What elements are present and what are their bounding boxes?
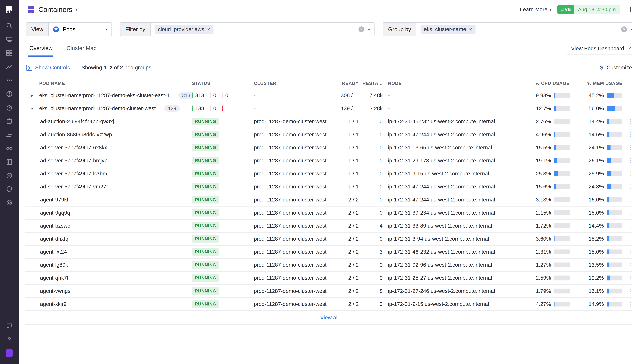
column-ready[interactable]: READY	[336, 81, 358, 86]
support-chat-icon[interactable]	[0, 319, 18, 333]
view-chevron-down-icon[interactable]: ▾	[105, 27, 107, 32]
view-selector[interactable]: View Pods ▾	[26, 22, 112, 36]
row-menu-kebab-icon[interactable]: ⋮	[627, 288, 632, 294]
pod-name[interactable]: agent-979kl	[40, 197, 68, 203]
column-pod-name[interactable]: POD NAME	[39, 81, 192, 86]
tab-overview[interactable]: Overview	[28, 45, 53, 56]
kubernetes-icon	[53, 26, 59, 32]
live-time-selector[interactable]: LIVE Aug 18, 4:30 pm	[558, 5, 620, 14]
settings-icon[interactable]	[0, 196, 18, 210]
pod-row[interactable]: ad-server-57b7f49fb7-vm27r RUNNING prod-…	[25, 180, 632, 194]
row-menu-kebab-icon[interactable]: ⋮	[627, 131, 632, 138]
group-by-tag[interactable]: eks_cluster-name×	[420, 25, 476, 34]
pod-name[interactable]: agent-dnxfq	[40, 236, 68, 242]
remove-filter-tag-icon[interactable]: ×	[207, 26, 210, 32]
row-menu-kebab-icon[interactable]: ⋮	[627, 170, 632, 177]
security-icon[interactable]	[0, 182, 18, 196]
search-icon[interactable]	[0, 19, 18, 32]
pod-name[interactable]: ad-server-57b7f49fb7-hmjv7	[40, 158, 108, 164]
pause-button[interactable]	[626, 4, 632, 15]
column-mem-usage[interactable]: % MEM USAGE	[570, 81, 622, 86]
filter-chevron-down-icon[interactable]: ▾	[368, 27, 370, 32]
customize-button[interactable]: ⚙ Customize	[594, 62, 632, 74]
monitors-icon[interactable]	[0, 101, 18, 114]
learn-more-dropdown[interactable]: Learn More▾	[520, 6, 552, 12]
row-menu-kebab-icon[interactable]: ⋮	[627, 196, 632, 203]
pod-name[interactable]: ad-server-57b7f49fb7-6x8kx	[40, 144, 107, 151]
view-pods-dashboard-button[interactable]: View Pods Dashboard	[566, 42, 632, 54]
expand-chevron-icon[interactable]: ▸	[31, 93, 33, 98]
pod-row[interactable]: agent-979kl RUNNING prod-11287-demo-clus…	[25, 194, 632, 206]
pod-name[interactable]: agent-vwngs	[40, 288, 70, 294]
column-restarts[interactable]: RESTA...	[359, 81, 382, 86]
pod-name[interactable]: ad-auction-2-694f4f74bb-gw8xj	[40, 118, 114, 124]
row-menu-kebab-icon[interactable]: ⋮	[627, 236, 632, 242]
synthetics-icon[interactable]	[0, 142, 18, 155]
pod-name[interactable]: agent-9gq9q	[40, 210, 70, 216]
pod-row[interactable]: agent-lg89k RUNNING prod-11287-demo-clus…	[25, 258, 632, 272]
pod-row[interactable]: agent-dnxfq RUNNING prod-11287-demo-clus…	[25, 232, 632, 246]
pod-group-name: eks_cluster-name:prod-11287-demo-eks-clu…	[39, 92, 170, 98]
pod-row[interactable]: ad-server-57b7f49fb7-lczbm RUNNING prod-…	[25, 167, 632, 180]
pipelines-icon[interactable]	[0, 128, 18, 142]
show-controls-link[interactable]: ❯ Show Controls	[26, 64, 70, 71]
pod-name[interactable]: ad-server-57b7f49fb7-lczbm	[40, 170, 107, 177]
filter-by-control[interactable]: Filter by cloud_provider:aws× × ▾	[120, 22, 374, 36]
error-tracking-icon[interactable]	[0, 87, 18, 101]
column-status[interactable]: STATUS	[192, 81, 254, 86]
infrastructure-icon[interactable]	[0, 32, 18, 46]
row-menu-kebab-icon[interactable]: ⋮	[627, 262, 632, 268]
column-node[interactable]: NODE	[382, 81, 517, 86]
tab-cluster-map[interactable]: Cluster Map	[66, 45, 98, 56]
apm-icon[interactable]	[0, 74, 18, 87]
metrics-icon[interactable]	[0, 60, 18, 74]
title-chevron-down-icon[interactable]: ▾	[75, 7, 78, 12]
pod-row[interactable]: ad-auction-868f6b8ddc-vz2wp RUNNING prod…	[25, 128, 632, 141]
row-menu-kebab-icon[interactable]: ⋮	[627, 275, 632, 281]
row-menu-kebab-icon[interactable]: ⋮	[627, 184, 632, 190]
help-icon[interactable]: ?	[0, 333, 18, 346]
pod-name[interactable]: agent-qhk7t	[40, 275, 68, 281]
column-cpu-usage[interactable]: % CPU USAGE	[517, 81, 570, 86]
row-menu-kebab-icon[interactable]: ⋮	[627, 248, 632, 255]
filter-tag[interactable]: cloud_provider:aws×	[155, 25, 214, 34]
pod-name[interactable]: ad-server-57b7f49fb7-vm27r	[40, 184, 108, 190]
ci-icon[interactable]	[0, 169, 18, 182]
row-menu-kebab-icon[interactable]: ⋮	[627, 144, 632, 151]
datadog-logo[interactable]	[0, 0, 18, 19]
pod-name[interactable]: ad-auction-868f6b8ddc-vz2wp	[40, 132, 112, 138]
row-menu-kebab-icon[interactable]: ⋮	[627, 118, 632, 125]
pod-row[interactable]: agent-xkjr9 RUNNING prod-11287-demo-clus…	[25, 298, 632, 311]
pod-row[interactable]: agent-vwngs RUNNING prod-11287-demo-clus…	[25, 285, 632, 298]
clear-filter-icon[interactable]: ×	[358, 26, 364, 32]
row-menu-kebab-icon[interactable]: ⋮	[627, 222, 632, 229]
pod-name[interactable]: agent-fxt24	[40, 249, 67, 255]
row-menu-kebab-icon[interactable]: ⋮	[627, 157, 632, 164]
clear-group-icon[interactable]: ×	[621, 26, 627, 32]
pod-row[interactable]: ad-server-57b7f49fb7-hmjv7 RUNNING prod-…	[25, 154, 632, 167]
view-all-link[interactable]: View all...	[320, 314, 343, 321]
pod-row[interactable]: agent-qhk7t RUNNING prod-11287-demo-clus…	[25, 272, 632, 285]
column-cluster[interactable]: CLUSTER	[254, 81, 336, 86]
remove-group-tag-icon[interactable]: ×	[469, 26, 472, 32]
mem-value: 24.8%	[589, 184, 604, 190]
row-menu-kebab-icon[interactable]: ⋮	[627, 210, 632, 216]
dashboards-icon[interactable]	[0, 46, 18, 60]
pod-row[interactable]: ad-auction-2-694f4f74bb-gw8xj RUNNING pr…	[25, 115, 632, 128]
integrations-icon[interactable]	[0, 114, 18, 128]
pod-name[interactable]: agent-bzswc	[40, 223, 70, 229]
pod-name[interactable]: agent-lg89k	[40, 262, 68, 268]
group-chevron-down-icon[interactable]: ▾	[631, 27, 632, 32]
pod-name[interactable]: agent-xkjr9	[40, 301, 66, 307]
pod-group-row[interactable]: ▸ eks_cluster-name:prod-11287-demo-eks-c…	[25, 89, 632, 102]
group-by-control[interactable]: Group by eks_cluster-name× × ▾	[383, 22, 632, 36]
logs-icon[interactable]	[0, 155, 18, 169]
pod-row[interactable]: ad-server-57b7f49fb7-6x8kx RUNNING prod-…	[25, 141, 632, 154]
bits-ai-icon[interactable]	[0, 346, 18, 360]
pod-row[interactable]: agent-bzswc RUNNING prod-11287-demo-clus…	[25, 220, 632, 232]
row-menu-kebab-icon[interactable]: ⋮	[627, 301, 632, 308]
expand-chevron-icon[interactable]: ▾	[31, 106, 33, 111]
pod-row[interactable]: agent-fxt24 RUNNING prod-11287-demo-clus…	[25, 246, 632, 258]
pod-row[interactable]: agent-9gq9q RUNNING prod-11287-demo-clus…	[25, 206, 632, 220]
pod-group-row[interactable]: ▾ eks_cluster-name:prod-11287-demo-clust…	[25, 102, 632, 115]
